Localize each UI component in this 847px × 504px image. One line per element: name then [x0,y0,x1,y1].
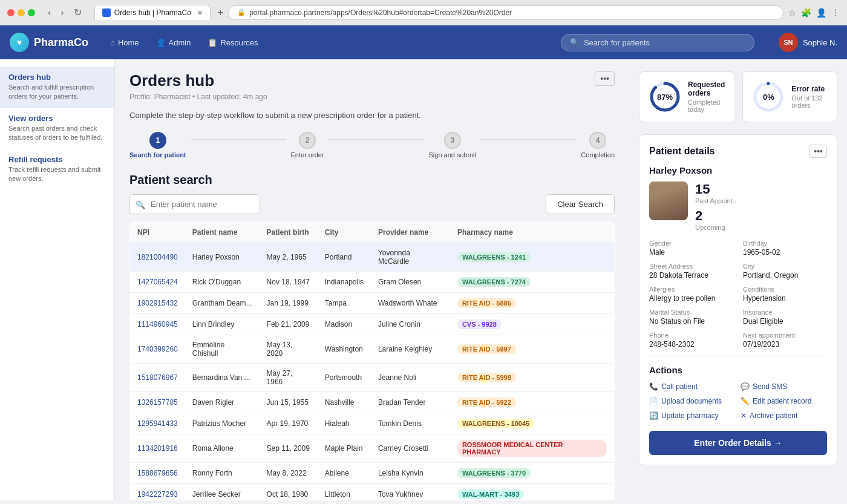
nav-resources[interactable]: 📋 Resources [200,34,265,51]
nav-search-bar[interactable]: 🔍 Search for patients [561,34,754,51]
table-row[interactable]: 1114960945 Linn Brindley Feb 21, 2009 Ma… [130,314,615,335]
npi-link[interactable]: 1134201916 [137,444,178,453]
patient-appt-col: 15 Past Appoint... 2 Upcoming [695,182,738,231]
cell-birth: Jan 19, 1999 [260,293,318,314]
search-input[interactable] [129,194,260,214]
pharmacy-badge: WALGREENS - 3770 [457,468,531,478]
menu-icon[interactable]: ⋮ [831,8,840,18]
page-more-button[interactable]: ••• [595,71,615,86]
col-pharmacy-name: Pharmacy name [450,222,615,243]
action-archive-patient[interactable]: ✕ Archive patient [741,410,827,421]
cell-patient-name: Emmeline Chishull [185,335,260,364]
table-row[interactable]: 1942227293 Jerrilee Secker Oct 18, 1980 … [130,484,615,501]
npi-link[interactable]: 1326157785 [137,398,178,407]
address-bar[interactable]: 🔒 portal.pharmaco.partners/apps/Orders%2… [228,5,783,20]
city-field: City Portland, Oregon [743,263,827,280]
step-3[interactable]: 3 Sign and submit [429,132,477,159]
step-2[interactable]: 2 Enter order [291,132,324,159]
nav-admin[interactable]: 👤 Admin [149,34,198,51]
back-button[interactable]: ‹ [45,6,54,19]
clear-search-button[interactable]: Clear Search [546,194,615,214]
browser-tab[interactable]: Orders hub | PharmaCo ✕ [94,5,211,20]
cell-birth: Nov 18, 1947 [260,272,318,293]
table-row[interactable]: 1588679856 Ronny Forth May 8, 2022 Abile… [130,463,615,484]
cell-pharmacy: WALGREENS - 10045 [450,413,615,434]
cell-patient-name: Linn Brindley [185,314,260,335]
pharmacy-badge: CVS - 9928 [457,319,502,329]
dot-green[interactable] [28,9,35,16]
cell-city: Indianapolis [318,272,371,293]
npi-link[interactable]: 1427065424 [137,278,178,286]
extensions-icon[interactable]: 🧩 [801,8,811,18]
gender-field: Gender Male [649,240,733,257]
pharmacy-badge: WALGREENS - 1241 [457,252,531,262]
cell-pharmacy: WALGREENS - 3770 [450,463,615,484]
npi-link[interactable]: 1295941433 [137,419,178,428]
table-row[interactable]: 1821004490 Harley Poxson May 2, 1965 Por… [130,243,615,272]
table-row[interactable]: 1427065424 Rick O'Duggan Nov 18, 1947 In… [130,272,615,293]
profile-icon[interactable]: 👤 [816,8,826,18]
patient-detail-grid: Gender Male Birthday 1965-05-02 Street A… [649,240,827,349]
action-edit-patient-record[interactable]: ✏️ Edit patient record [741,396,827,407]
cell-provider: Jeanne Noli [371,364,450,392]
cell-npi: 1326157785 [130,392,185,413]
nav-home[interactable]: ⌂ Home [103,34,146,51]
npi-link[interactable]: 1740399260 [137,345,178,353]
conditions-field: Conditions Hypertension [743,286,827,303]
cell-city: Nashville [318,392,371,413]
patient-info-row: 15 Past Appoint... 2 Upcoming [649,182,827,231]
tab-close[interactable]: ✕ [197,9,203,17]
npi-link[interactable]: 1518076967 [137,373,178,382]
table-row[interactable]: 1518076967 Bernardina Van ... May 27, 19… [130,364,615,392]
page-header: Orders hub ••• [129,71,615,90]
dot-yellow[interactable] [18,9,25,16]
archive-patient-icon: ✕ [741,411,747,420]
tab-title: Orders hub | PharmaCo [114,8,191,17]
dot-red[interactable] [7,9,15,16]
forward-button[interactable]: › [57,6,67,19]
enter-order-details-button[interactable]: Enter Order Details → [649,431,827,455]
sidebar-item-orders-hub[interactable]: Orders hub Search and fulfill prescripti… [0,67,114,108]
npi-link[interactable]: 1942227293 [137,490,178,499]
action-send-sms[interactable]: 💬 Send SMS [741,381,827,392]
browser-nav: ‹ › ↻ [45,5,85,19]
bookmark-icon[interactable]: ☆ [788,8,796,18]
sidebar-item-view-orders[interactable]: View orders Search past orders and check… [0,108,114,149]
action-update-pharmacy[interactable]: 🔄 Update pharmacy [649,410,736,421]
step-3-number: 3 [444,132,461,149]
cell-city: Hialeah [318,413,371,434]
search-row: 🔍 Clear Search [129,194,615,214]
step-1[interactable]: 1 Search for patient [129,132,186,159]
cell-birth: Sep 11, 2009 [260,434,318,463]
patient-name-card: Harley Poxson [649,165,827,175]
npi-link[interactable]: 1821004490 [137,253,178,261]
table-row[interactable]: 1295941433 Patrizius Mocher Apr 19, 1970… [130,413,615,434]
pharmacy-badge: ROSSMOOR MEDICAL CENTER PHARMACY [457,440,607,457]
url-text: portal.pharmaco.partners/apps/Orders%20h… [249,8,512,17]
sidebar-item-refill-requests[interactable]: Refill requests Track refill requests an… [0,149,114,190]
action-upload-documents[interactable]: 📄 Upload documents [649,396,736,407]
table-row[interactable]: 1902915432 Grantham Deam... Jan 19, 1999… [130,293,615,314]
npi-link[interactable]: 1114960945 [137,320,178,329]
patient-details-more-button[interactable]: ••• [809,145,827,158]
page-title: Orders hub [129,71,214,90]
patient-details-header: Patient details ••• [649,145,827,158]
table-row[interactable]: 1326157785 Daven Rigler Jun 15, 1955 Nas… [130,392,615,413]
cell-npi: 1518076967 [130,364,185,392]
cell-npi: 1740399260 [130,335,185,364]
pharmacy-badge: RITE AID - 5922 [457,398,516,407]
sidebar-item-refill-requests-desc: Track refill requests and submit new ord… [8,165,106,184]
action-call-patient[interactable]: 📞 Call patient [649,381,736,392]
npi-link[interactable]: 1902915432 [137,299,178,307]
table-row[interactable]: 1134201916 Roma Allone Sep 11, 2009 Mapl… [130,434,615,463]
new-tab-button[interactable]: + [218,7,223,18]
sidebar-item-orders-hub-desc: Search and fulfill prescription orders f… [8,83,106,102]
user-avatar[interactable]: SN [779,33,798,52]
npi-link[interactable]: 1588679856 [137,469,178,477]
cell-pharmacy: RITE AID - 5885 [450,293,615,314]
stat-info-error-rate: Error rate Out of 132 orders [791,85,827,109]
table-row[interactable]: 1740399260 Emmeline Chishull May 13, 202… [130,335,615,364]
refresh-button[interactable]: ↻ [71,5,85,19]
stat-sub-error-rate: Out of 132 orders [791,94,827,109]
step-4[interactable]: 4 Completion [581,132,615,159]
